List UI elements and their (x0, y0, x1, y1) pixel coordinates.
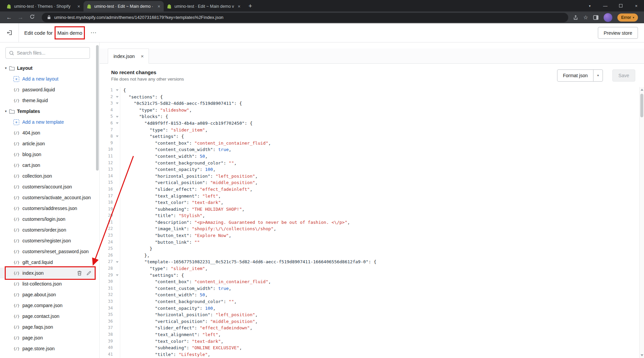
close-icon[interactable]: × (77, 4, 80, 9)
file-theme.liquid[interactable]: {/}theme.liquid (0, 95, 95, 106)
file-customers/order.json[interactable]: {/}customers/order.json (0, 225, 95, 235)
url-bar[interactable]: umino-test.myshopify.com/admin/themes/14… (42, 13, 568, 22)
file-article.json[interactable]: {/}article.json (0, 138, 95, 149)
code-line[interactable]: 19 "subheading": "THE HOLIDAY SHOP!", (100, 206, 644, 213)
file-page.store.json[interactable]: {/}page.store.json (0, 343, 95, 354)
folder-templates[interactable]: ▾Templates (0, 106, 95, 117)
save-button[interactable]: Save (612, 69, 635, 82)
file-collection.json[interactable]: {/}collection.json (0, 171, 95, 181)
delete-file-button[interactable] (77, 271, 82, 276)
editor-scrollbar-thumb[interactable] (640, 94, 643, 117)
fold-icon[interactable] (116, 116, 119, 118)
file-gift_card.liquid[interactable]: {/}gift_card.liquid (0, 257, 95, 268)
file-blog.json[interactable]: {/}blog.json (0, 149, 95, 160)
code-line[interactable]: 30 "content_box": "content_in_container_… (100, 278, 644, 285)
rename-file-button[interactable] (87, 271, 91, 275)
code-line[interactable]: 3 "0c521c75-5d82-4dd6-aecc-f519d8907411"… (100, 100, 644, 107)
exit-code-editor-button[interactable] (0, 23, 19, 42)
code-line[interactable]: 38 "text_alignment": "left", (100, 331, 644, 338)
fold-icon[interactable] (116, 261, 119, 263)
code-line[interactable]: 24 "button_link": "" (100, 239, 644, 246)
code-line[interactable]: 41 "title": "Lifestyle", (100, 351, 644, 358)
code-line[interactable]: 15 "vertical_position": "middle_position… (100, 179, 644, 186)
code-line[interactable]: 31 "content_custom_width": true, (100, 285, 644, 292)
fold-icon[interactable] (116, 136, 119, 137)
file-customers/reset_password.json[interactable]: {/}customers/reset_password.json (0, 246, 95, 257)
file-404.json[interactable]: {/}404.json (0, 127, 95, 138)
add-new-templates-link[interactable]: +Add a new template (0, 117, 95, 127)
browser-tab[interactable]: umino-test · Edit ~ Main demo v× (164, 1, 244, 11)
code-line[interactable]: 16 "slider_effect": "effect_fadeinleft", (100, 186, 644, 193)
code-line[interactable]: 18 "text_color": "text-dark", (100, 199, 644, 206)
code-line[interactable]: 8 "settings": { (100, 133, 644, 140)
code-line[interactable]: 35 "horizontal_position": "left_position… (100, 311, 644, 318)
code-line[interactable]: 10 "content_custom_width": true, (100, 146, 644, 153)
side-panel-button[interactable] (593, 15, 599, 20)
maximize-button[interactable] (613, 0, 629, 11)
code-area[interactable]: 1{2 "sections": {3 "0c521c75-5d82-4dd6-a… (100, 87, 644, 358)
add-new-layout-link[interactable]: +Add a new layout (0, 73, 95, 84)
editor-tab-index-json[interactable]: index.json × (108, 49, 149, 64)
file-page.json[interactable]: {/}page.json (0, 332, 95, 343)
code-line[interactable]: 5 "blocks": { (100, 113, 644, 120)
sidebar-scrollbar-thumb[interactable] (96, 45, 99, 171)
file-page.contact.json[interactable]: {/}page.contact.json (0, 311, 95, 322)
close-icon[interactable]: × (158, 4, 160, 9)
minimize-button[interactable]: — (598, 0, 613, 11)
code-line[interactable]: 32 "content_width": 50, (100, 292, 644, 298)
code-line[interactable]: 2 "sections": { (100, 94, 644, 100)
file-page.faqs.json[interactable]: {/}page.faqs.json (0, 322, 95, 332)
file-customers/login.json[interactable]: {/}customers/login.json (0, 214, 95, 225)
close-icon[interactable]: × (238, 4, 240, 9)
fold-icon[interactable] (116, 96, 119, 98)
format-json-button[interactable]: Format json (557, 70, 593, 81)
code-line[interactable]: 13 "content_opacity": 100, (100, 166, 644, 173)
file-list-collections.json[interactable]: {/}list-collections.json (0, 278, 95, 289)
code-line[interactable]: 21 "description": "<p>Amazing. Guarantee… (100, 219, 644, 226)
forward-button[interactable]: → (15, 14, 26, 21)
code-line[interactable]: 9 "content_box": "content_in_container_f… (100, 140, 644, 147)
error-badge[interactable]: Error▾ (617, 13, 638, 22)
preview-store-button[interactable]: Preview store (598, 27, 638, 39)
code-line[interactable]: 17 "text_alignment": "left", (100, 193, 644, 200)
code-line[interactable]: 34 "content_opacity": 100, (100, 305, 644, 312)
code-line[interactable]: 40 "subheading": "ONLINE EXCLUSIVE", (100, 345, 644, 351)
fold-icon[interactable] (116, 122, 119, 124)
sidebar-scrollbar[interactable] (95, 42, 99, 358)
profile-avatar[interactable] (604, 13, 612, 22)
folder-layout[interactable]: ▾Layout (0, 63, 95, 73)
code-line[interactable]: 39 "text_color": "text-dark", (100, 338, 644, 345)
tab-search-chevron-icon[interactable]: ▾ (582, 0, 598, 11)
fold-icon[interactable] (116, 102, 119, 104)
file-cart.json[interactable]: {/}cart.json (0, 160, 95, 171)
scroll-up-icon[interactable] (641, 89, 643, 91)
code-line[interactable]: 22 "image_link": "shopify:\/\/collection… (100, 226, 644, 232)
code-line[interactable]: 20 "title": "Stylish", (100, 212, 644, 219)
more-actions-button[interactable]: ⋯ (90, 29, 96, 36)
code-line[interactable]: 4 "type": "slideshow", (100, 107, 644, 114)
code-line[interactable]: 36 "vertical_position": "middle_position… (100, 318, 644, 325)
share-button[interactable] (573, 15, 578, 20)
close-tab-icon[interactable]: × (141, 53, 144, 59)
reload-button[interactable] (27, 14, 37, 21)
browser-tab[interactable]: umino-test · Edit ~ Main demo ·× (84, 1, 164, 11)
editor-scrollbar[interactable] (639, 87, 644, 358)
code-line[interactable]: 12 "content_background_color": "", (100, 160, 644, 167)
file-page.about.json[interactable]: {/}page.about.json (0, 289, 95, 300)
file-index.json[interactable]: {/}index.json (0, 268, 95, 278)
fold-icon[interactable] (116, 89, 119, 91)
code-line[interactable]: 26 }, (100, 252, 644, 259)
format-json-dropdown-button[interactable]: ▾ (593, 70, 603, 81)
file-customers/addresses.json[interactable]: {/}customers/addresses.json (0, 203, 95, 214)
file-customers/activate_account.json[interactable]: {/}customers/activate_account.json (0, 192, 95, 203)
code-line[interactable]: 7 "type": "slider_item", (100, 127, 644, 133)
code-line[interactable]: 11 "content_width": 50, (100, 153, 644, 160)
file-page.compare.json[interactable]: {/}page.compare.json (0, 300, 95, 311)
search-files-input[interactable] (17, 50, 86, 56)
file-customers/account.json[interactable]: {/}customers/account.json (0, 181, 95, 192)
code-line[interactable]: 37 "slider_effect": "effect_fadeindown", (100, 325, 644, 331)
code-line[interactable]: 14 "horizontal_position": "left_position… (100, 173, 644, 180)
fold-icon[interactable] (116, 274, 119, 276)
new-tab-button[interactable]: + (245, 1, 255, 11)
browser-tab[interactable]: umino-test · Themes · Shopify× (3, 1, 84, 11)
